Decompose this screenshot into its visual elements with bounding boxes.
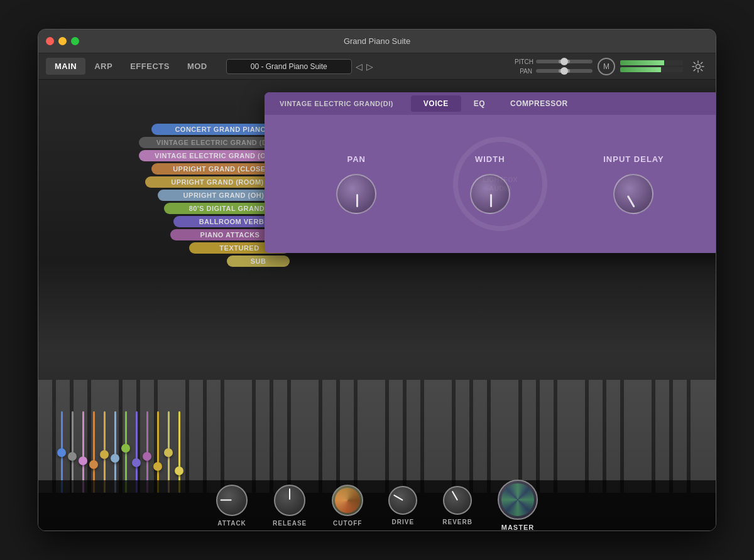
window-title: Grand Piano Suite <box>344 36 410 46</box>
fader-thumb[interactable] <box>164 448 173 457</box>
vp-width-label: WIDTH <box>475 154 505 164</box>
reverb-group: REVERB <box>442 486 473 525</box>
drive-knob[interactable] <box>388 486 417 515</box>
title-bar: Grand Piano Suite <box>38 30 716 53</box>
instrument-item: UPRIGHT GRAND (OH) <box>38 190 290 201</box>
m-button[interactable]: M <box>598 58 615 75</box>
maximize-button[interactable] <box>71 37 79 45</box>
voice-tab-eq[interactable]: EQ <box>461 95 498 112</box>
instrument-item: 80'S DIGITAL GRAND <box>38 203 290 214</box>
instrument-item: BALLROOM VERB <box>38 216 290 227</box>
voice-tab-compressor[interactable]: COMPRESSOR <box>498 95 581 112</box>
fader-thumb[interactable] <box>132 458 141 467</box>
pan-slider[interactable] <box>536 69 593 73</box>
voice-tab-voice[interactable]: VOICE <box>411 95 461 112</box>
pan-label: PAN <box>515 68 532 75</box>
instrument-item: VINTAGE ELECTRIC GRAND (OH) <box>38 150 290 161</box>
voice-panel: VINTAGE ELECTRIC GRAND(DI) VOICE EQ COMP… <box>265 92 716 253</box>
vp-pan-indicator <box>356 194 358 207</box>
fader-thumb[interactable] <box>57 448 66 457</box>
reverb-knob[interactable] <box>443 486 472 515</box>
fader-thumb[interactable] <box>143 452 151 461</box>
fader-thumb[interactable] <box>111 454 119 463</box>
preset-area: 00 - Grand Piano Suite ◁ ▷ <box>226 59 427 74</box>
master-knob-inner <box>501 483 534 516</box>
fader-thumb[interactable] <box>175 466 183 475</box>
reverb-indicator <box>452 490 458 500</box>
drive-group: DRIVE <box>388 486 417 525</box>
tab-effects[interactable]: EFFECTS <box>121 58 178 75</box>
instrument-item: UPRIGHT GRAND (ROOM) <box>38 176 290 188</box>
settings-button[interactable] <box>688 57 708 77</box>
pitch-thumb <box>560 58 568 65</box>
minimize-button[interactable] <box>58 37 67 45</box>
voice-panel-body: LIGHTFOXAUDIO PAN WIDTH <box>265 115 716 253</box>
release-indicator <box>289 488 290 500</box>
instrument-item: SUB <box>38 256 290 267</box>
output-fill-left <box>620 60 664 65</box>
vp-pan-knob[interactable] <box>336 174 376 214</box>
app-window: Grand Piano Suite MAIN ARP EFFECTS MOD 0… <box>38 29 716 531</box>
voice-panel-instrument-name: VINTAGE ELECTRIC GRAND(DI) <box>267 96 406 111</box>
cutoff-knob[interactable] <box>332 485 363 516</box>
instrument-label[interactable]: SUB <box>227 256 290 267</box>
attack-label: ATTACK <box>217 520 246 527</box>
voice-panel-header: VINTAGE ELECTRIC GRAND(DI) VOICE EQ COMP… <box>265 92 716 115</box>
cutoff-inner <box>335 488 360 513</box>
preset-name[interactable]: 00 - Grand Piano Suite <box>226 59 352 74</box>
pitch-row: PITCH <box>515 58 593 65</box>
vp-pan-label: PAN <box>347 154 366 164</box>
vp-input-delay-knob[interactable] <box>613 174 653 214</box>
output-meters <box>620 60 683 72</box>
release-knob[interactable] <box>274 485 305 516</box>
drive-indicator <box>393 494 403 500</box>
mixer-area <box>57 405 183 493</box>
pan-thumb <box>560 67 568 75</box>
attack-indicator <box>221 499 232 500</box>
svg-point-0 <box>696 64 701 68</box>
vp-width-group: WIDTH <box>470 154 510 214</box>
vp-input-delay-indicator <box>627 195 635 208</box>
preset-prev[interactable]: ◁ <box>354 60 364 73</box>
fader-thumb[interactable] <box>100 450 109 459</box>
drive-label: DRIVE <box>391 519 414 525</box>
preset-next[interactable]: ▷ <box>365 60 374 73</box>
bottom-controls: ATTACK RELEASE CUTOFF D <box>38 480 716 530</box>
instrument-item: VINTAGE ELECTRIC GRAND (DI) <box>38 137 290 148</box>
output-meter-left <box>620 60 683 65</box>
master-label: MASTER <box>501 524 534 530</box>
attack-knob[interactable] <box>216 485 248 516</box>
output-meter-right <box>620 67 683 72</box>
close-button[interactable] <box>46 37 54 45</box>
traffic-lights <box>46 37 79 45</box>
vp-input-delay-group: INPUT DELAY <box>603 154 664 214</box>
tab-arp[interactable]: ARP <box>85 58 121 75</box>
master-knob[interactable] <box>498 480 538 520</box>
output-fill-right <box>620 67 661 72</box>
pitch-label: PITCH <box>515 58 532 65</box>
tab-mod[interactable]: MOD <box>178 58 216 75</box>
nav-bar: MAIN ARP EFFECTS MOD 00 - Grand Piano Su… <box>38 53 716 80</box>
pan-row: PAN <box>515 68 593 75</box>
vp-input-delay-label: INPUT DELAY <box>603 154 664 164</box>
cutoff-label: CUTOFF <box>333 520 362 527</box>
fader-thumb[interactable] <box>153 462 162 471</box>
fader-thumb[interactable] <box>68 452 77 461</box>
instrument-item: CONCERT GRAND PIANO <box>38 124 290 135</box>
instrument-list: CONCERT GRAND PIANOVINTAGE ELECTRIC GRAN… <box>38 117 290 269</box>
preset-arrows: ◁ ▷ <box>354 60 374 73</box>
master-group: MASTER <box>498 480 538 530</box>
instrument-item: TEXTURED <box>38 242 290 254</box>
tab-main[interactable]: MAIN <box>46 58 85 75</box>
vp-width-indicator <box>490 194 492 207</box>
fader-thumb[interactable] <box>79 456 87 465</box>
pitch-slider[interactable] <box>536 60 593 63</box>
fader-thumb[interactable] <box>89 460 98 469</box>
pitch-pan-area: PITCH PAN <box>515 58 593 75</box>
instrument-item: UPRIGHT GRAND (CLOSE) <box>38 163 290 175</box>
attack-group: ATTACK <box>216 485 248 527</box>
instrument-item: PIANO ATTACKS <box>38 229 290 240</box>
vp-width-knob[interactable] <box>470 174 510 214</box>
fader-thumb[interactable] <box>121 444 130 453</box>
gear-icon <box>691 60 705 73</box>
